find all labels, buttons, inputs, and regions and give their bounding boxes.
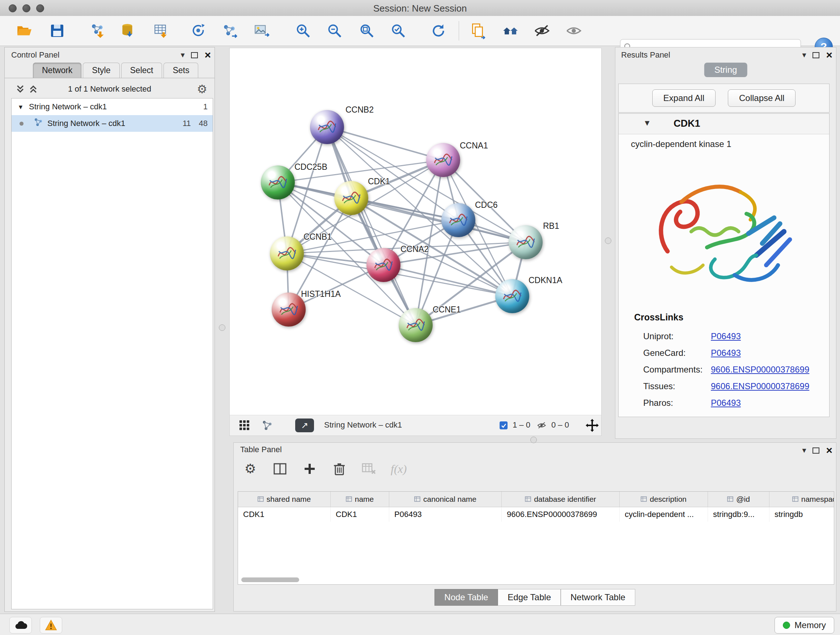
function-builder-button[interactable]: f(x) (391, 462, 407, 476)
horizontal-scrollbar[interactable] (241, 578, 299, 582)
close-panel-icon[interactable]: × (204, 50, 211, 60)
import-table-file-button[interactable] (152, 22, 171, 40)
grid-view-icon[interactable] (239, 420, 250, 432)
show-columns-button[interactable] (272, 461, 288, 477)
tab-style[interactable]: Style (83, 63, 119, 78)
expand-all-button[interactable]: Expand All (652, 89, 715, 107)
add-column-button[interactable] (302, 461, 317, 477)
hidden-eye-slash-icon[interactable] (536, 421, 547, 432)
apply-layout-button[interactable] (429, 22, 447, 40)
network-node-CDKN1A[interactable] (495, 279, 529, 313)
zoom-fit-button[interactable] (358, 22, 376, 40)
table-cell[interactable]: stringdb (769, 507, 834, 522)
column-header-description[interactable]: description (620, 492, 708, 507)
table-panel-title: Table Panel (240, 445, 282, 454)
network-node-CDK1[interactable] (334, 181, 368, 215)
crosslink-link[interactable]: P06493 (711, 331, 741, 341)
table-row[interactable]: CDK1CDK1P064939606.ENSP00000378699cyclin… (238, 507, 834, 522)
float-panel-icon[interactable] (191, 52, 198, 58)
tab-edge-table[interactable]: Edge Table (498, 589, 561, 606)
close-panel-icon[interactable]: × (826, 445, 832, 456)
collapse-panel-icon[interactable]: ▾ (802, 51, 806, 59)
tab-network[interactable]: Network (33, 63, 81, 78)
column-header--id[interactable]: @id (708, 492, 769, 507)
crosslink-link[interactable]: P06493 (711, 398, 741, 408)
float-panel-icon[interactable] (813, 448, 819, 454)
network-node-CCNB2[interactable] (310, 110, 344, 144)
new-network-button[interactable] (189, 22, 208, 40)
collapse-panel-icon[interactable]: ▾ (802, 447, 806, 454)
crosslink-link[interactable]: 9606.ENSP00000378699 (711, 381, 809, 391)
crosslink-link[interactable]: 9606.ENSP00000378699 (711, 364, 809, 375)
zoom-out-button[interactable] (325, 22, 344, 40)
column-header-namespace[interactable]: namespace (769, 492, 834, 507)
import-network-file-button[interactable] (89, 22, 107, 40)
network-node-CCNE1[interactable] (399, 308, 433, 342)
external-link-button[interactable]: ↗ (295, 418, 314, 432)
network-node-HIST1H1A[interactable] (272, 293, 306, 326)
node-label-CCNB2: CCNB2 (346, 105, 374, 115)
network-canvas[interactable]: CCNB2CCNA1CDC25BCDK1CDC6RB1CCNB1CCNA2CDK… (229, 48, 602, 416)
tab-select[interactable]: Select (121, 63, 163, 78)
table-cell[interactable]: P06493 (389, 507, 502, 522)
table-cell[interactable]: cyclin-dependent ... (620, 507, 708, 522)
column-header-name[interactable]: name (331, 492, 389, 507)
save-session-button[interactable] (48, 22, 66, 40)
network-collection-row[interactable]: ▾ String Network – cdk1 1 (11, 98, 213, 115)
memory-button[interactable]: Memory (775, 617, 834, 633)
home-button[interactable] (501, 22, 519, 40)
gear-icon[interactable]: ⚙ (197, 82, 207, 96)
splitter-handle[interactable] (605, 238, 611, 244)
zoom-in-button[interactable] (294, 22, 312, 40)
tab-node-table[interactable]: Node Table (434, 589, 498, 606)
delete-table-button-disabled[interactable] (361, 461, 377, 477)
zoom-out-icon (326, 22, 343, 39)
collapse-all-button[interactable]: Collapse All (728, 89, 796, 107)
network-node-CCNB1[interactable] (270, 236, 304, 271)
column-header-shared-name[interactable]: shared name (238, 492, 331, 507)
share-network-icon[interactable] (262, 420, 272, 432)
delete-column-button[interactable] (332, 461, 347, 477)
network-row[interactable]: String Network – cdk1 1148 (11, 115, 213, 132)
node-label-CDC25B: CDC25B (294, 162, 327, 172)
edge-count: 48 (199, 119, 208, 128)
network-node-RB1[interactable] (508, 225, 543, 259)
table-cell[interactable]: CDK1 (331, 507, 389, 522)
network-node-CCNA1[interactable] (426, 143, 460, 177)
tree-expand-icon[interactable]: ▾ (19, 103, 22, 111)
export-image-button[interactable] (253, 22, 271, 40)
zoom-selected-button[interactable] (389, 22, 407, 40)
table-cell[interactable]: stringdb:9... (708, 507, 769, 522)
table-settings-button[interactable]: ⚙ (242, 461, 258, 477)
import-network-database-button[interactable] (119, 22, 137, 40)
collapse-panel-icon[interactable]: ▾ (180, 51, 185, 59)
open-session-button[interactable] (15, 22, 33, 40)
table-cell[interactable]: 9606.ENSP00000378699 (502, 507, 620, 522)
tab-sets[interactable]: Sets (164, 63, 198, 78)
cloud-button[interactable] (9, 617, 32, 633)
splitter-handle[interactable] (219, 325, 225, 331)
crosslink-row: Uniprot:P06493 (643, 328, 824, 345)
column-header-database-identifier[interactable]: database identifier (502, 492, 620, 507)
tab-string[interactable]: String (704, 63, 747, 77)
close-panel-icon[interactable]: × (826, 50, 832, 60)
float-panel-icon[interactable] (813, 52, 819, 58)
duplicate-document-button[interactable] (469, 22, 487, 40)
network-node-CDC25B[interactable] (261, 165, 295, 200)
collapse-gene-icon[interactable]: ▼ (643, 119, 651, 127)
column-icon (346, 495, 352, 504)
network-node-CDC6[interactable] (441, 203, 475, 237)
move-crosshair-icon[interactable] (586, 419, 599, 433)
crosslink-link[interactable]: P06493 (711, 348, 741, 358)
table-cell[interactable]: CDK1 (238, 507, 331, 522)
show-graphics-details-button[interactable] (565, 22, 583, 40)
splitter-handle[interactable] (531, 437, 537, 443)
selected-checkbox[interactable] (500, 421, 508, 429)
hide-graphics-details-button[interactable] (533, 22, 551, 40)
column-header-canonical-name[interactable]: canonical name (389, 492, 502, 507)
network-node-CCNA2[interactable] (366, 248, 401, 282)
column-label: namespace (801, 495, 834, 504)
network-from-selection-button[interactable] (221, 22, 239, 40)
tab-network-table[interactable]: Network Table (561, 589, 635, 606)
warnings-button[interactable] (40, 617, 62, 633)
